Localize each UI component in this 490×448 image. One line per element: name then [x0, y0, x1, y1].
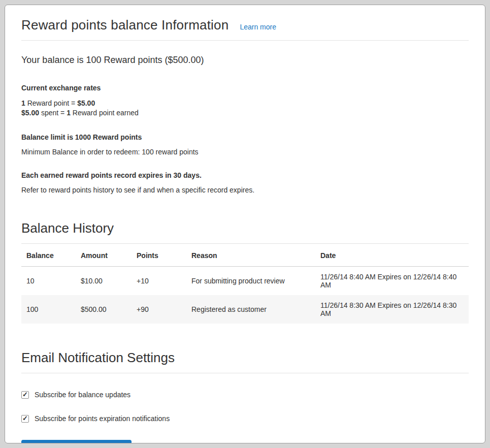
- page-title: Reward points balance Information: [21, 17, 228, 33]
- balance-history-table: Balance Amount Points Reason Date 10 $10…: [21, 245, 469, 324]
- cell-points: +90: [132, 295, 186, 324]
- expiration-notifications-option: Subscribe for points expiration notifica…: [21, 414, 469, 423]
- column-header-points: Points: [132, 245, 186, 267]
- expiry-notice-text: Each earned reward points record expires…: [21, 171, 469, 179]
- column-header-reason: Reason: [186, 245, 315, 267]
- learn-more-link[interactable]: Learn more: [240, 23, 276, 31]
- rate-part: Reward point earned: [71, 109, 139, 117]
- rate-part: spent =: [39, 109, 67, 117]
- table-row: 10 $10.00 +10 For submitting product rev…: [21, 267, 469, 296]
- balance-limit-text: Balance limit is 1000 Reward points: [21, 133, 469, 141]
- email-notification-settings-title: Email Notification Settings: [21, 350, 469, 373]
- balance-history-title: Balance History: [21, 220, 469, 244]
- exchange-rate-line-2: $5.00 spent = 1 Reward point earned: [21, 108, 469, 118]
- balance-summary: Your balance is 100 Reward points ($500.…: [21, 55, 469, 66]
- exchange-rates-block: 1 Reward point = $5.00 $5.00 spent = 1 R…: [21, 99, 469, 118]
- expiration-notifications-checkbox[interactable]: [21, 415, 29, 423]
- cell-points: +10: [132, 267, 186, 296]
- page-header: Reward points balance Information Learn …: [21, 13, 469, 40]
- cell-amount: $10.00: [76, 267, 132, 296]
- rate-part: $5.00: [21, 109, 39, 117]
- save-subscription-settings-button[interactable]: Save Subscription Settings: [21, 440, 132, 443]
- rate-part: 1: [67, 109, 71, 117]
- balance-updates-label: Subscribe for balance updates: [35, 391, 130, 399]
- expiry-hint-text: Refer to reward points history to see if…: [21, 186, 469, 194]
- column-header-date: Date: [315, 245, 469, 267]
- rate-part: 1: [21, 99, 25, 107]
- reward-points-panel: Reward points balance Information Learn …: [5, 5, 485, 443]
- exchange-rates-heading: Current exchange rates: [21, 84, 469, 92]
- cell-amount: $500.00: [76, 295, 132, 324]
- balance-updates-option: Subscribe for balance updates: [21, 391, 469, 399]
- cell-balance: 100: [21, 295, 76, 324]
- balance-updates-checkbox[interactable]: [21, 391, 29, 399]
- cell-date: 11/26/14 8:30 AM Expires on 12/26/14 8:3…: [315, 295, 469, 324]
- expiration-notifications-label: Subscribe for points expiration notifica…: [35, 414, 170, 423]
- rate-part: Reward point =: [25, 99, 77, 107]
- table-row: 100 $500.00 +90 Registered as customer 1…: [21, 295, 469, 324]
- exchange-rate-line-1: 1 Reward point = $5.00: [21, 99, 469, 108]
- cell-balance: 10: [21, 267, 76, 296]
- column-header-amount: Amount: [76, 245, 132, 267]
- cell-date: 11/26/14 8:40 AM Expires on 12/26/14 8:4…: [315, 267, 469, 296]
- table-header-row: Balance Amount Points Reason Date: [21, 245, 469, 267]
- header-divider: [21, 40, 469, 41]
- minimum-balance-text: Minimum Balance in order to redeem: 100 …: [21, 148, 469, 156]
- column-header-balance: Balance: [21, 245, 76, 267]
- rate-part: $5.00: [77, 99, 95, 107]
- cell-reason: For submitting product review: [186, 267, 315, 296]
- cell-reason: Registered as customer: [186, 295, 315, 324]
